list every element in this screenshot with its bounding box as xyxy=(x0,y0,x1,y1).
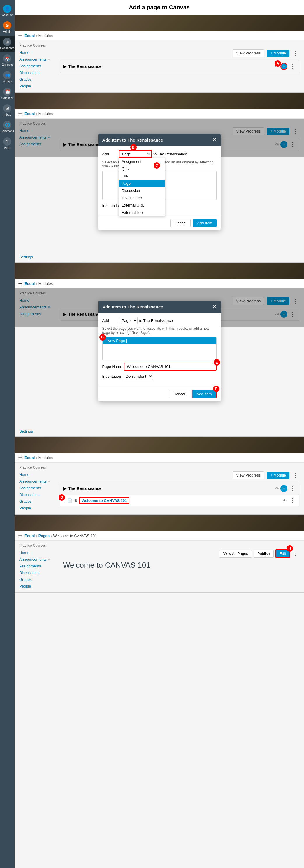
nav-discussions-1[interactable]: Discussions xyxy=(19,69,57,76)
indentation-label-2: Indentation xyxy=(102,204,121,208)
breadcrumb-institution-1[interactable]: Edual xyxy=(25,33,35,38)
add-label-3: Add xyxy=(102,318,117,323)
module-add-btn-4[interactable]: + xyxy=(280,485,287,492)
page-name-input[interactable] xyxy=(124,363,216,371)
page-kebab-5[interactable]: ⋮ xyxy=(292,550,299,558)
item-type-select-2[interactable]: Assignment Quiz File Page Discussion Tex… xyxy=(119,150,152,158)
item-type-select-3[interactable]: Page xyxy=(119,317,138,324)
practice-courses-5: Practice Courses xyxy=(19,544,299,548)
section-5-page-viewer: ☰ Edual › Pages › Welcome to CANVAS 101 … xyxy=(14,515,304,593)
welcome-page-link-4[interactable]: Welcome to CANVAS 101 xyxy=(79,497,129,504)
hamburger-icon-2[interactable]: ☰ xyxy=(18,111,22,117)
publish-btn-5[interactable]: Publish xyxy=(253,550,274,558)
dropdown-external-url[interactable]: External URL xyxy=(119,202,165,209)
nav-discussions-5[interactable]: Discussions xyxy=(19,569,57,576)
item-kebab-4[interactable]: ⋮ xyxy=(288,497,296,504)
cancel-btn-2[interactable]: Cancel xyxy=(170,219,191,227)
announcements-edit-icon-1: ✏ xyxy=(48,57,51,61)
calendar-icon: 📅 xyxy=(3,88,11,96)
breadcrumb-institution-4[interactable]: Edual xyxy=(25,456,35,460)
sidebar-item-courses[interactable]: 📚 Courses xyxy=(0,52,14,69)
add-item-btn-3[interactable]: Add Item xyxy=(192,390,216,398)
nav-grades-4[interactable]: Grades xyxy=(19,498,57,505)
module-title-1: ▶ The Renaissance xyxy=(63,64,275,69)
sidebar-item-admin[interactable]: ⚙ Admin xyxy=(0,19,14,35)
dropdown-file[interactable]: File xyxy=(119,173,165,180)
module-eye-icon-4[interactable]: 👁 xyxy=(275,486,279,491)
breadcrumb-section-2: Modules xyxy=(38,112,53,116)
sidebar-item-account[interactable]: 👤 Account xyxy=(0,2,14,19)
add-module-btn-1[interactable]: + Module xyxy=(267,50,290,57)
sidebar-item-commons[interactable]: 🌐 Commons xyxy=(0,119,14,135)
module-kebab-1[interactable]: ⋮ xyxy=(288,63,296,70)
indentation-select-3[interactable]: Don't Indent xyxy=(123,373,153,380)
new-page-option[interactable]: [ New Page ] xyxy=(102,337,216,344)
item-list-3[interactable]: [ New Page ] xyxy=(102,337,217,360)
nav-grades-5[interactable]: Grades xyxy=(19,576,57,583)
view-progress-btn-1[interactable]: View Progress xyxy=(233,49,265,57)
sidebar-item-dashboard[interactable]: ⊞ Dashboard xyxy=(0,35,14,52)
left-nav-1: Home Announcements ✏ Assignments Discuss… xyxy=(19,49,60,89)
nav-grades-1[interactable]: Grades xyxy=(19,76,57,83)
module-header-4: ▶ The Renaissance 👁 + ⋮ xyxy=(60,482,299,495)
nav-home-5[interactable]: Home xyxy=(19,549,57,556)
sidebar-item-calendar[interactable]: 📅 Calendar xyxy=(0,85,14,102)
to-label-2: to The Renaissance xyxy=(154,152,187,156)
courses-icon: 📚 xyxy=(3,55,11,63)
hamburger-icon-3[interactable]: ☰ xyxy=(18,281,22,286)
item-eye-icon-4[interactable]: 👁 xyxy=(283,498,287,503)
sidebar-item-inbox[interactable]: ✉ Inbox xyxy=(0,102,14,119)
nav-people-4[interactable]: People xyxy=(19,505,57,512)
add-item-btn-2[interactable]: Add Item xyxy=(193,219,216,227)
breadcrumb-institution-5[interactable]: Edual xyxy=(25,534,35,538)
nav-announcements-5[interactable]: Announcements xyxy=(19,556,47,563)
dropdown-page[interactable]: Page xyxy=(119,180,165,187)
dropdown-discussion[interactable]: Discussion xyxy=(119,187,165,194)
dropdown-external-tool[interactable]: External Tool xyxy=(119,209,165,216)
nav-announcements-1[interactable]: Announcements xyxy=(19,56,47,63)
account-avatar: 👤 xyxy=(3,5,11,13)
main-content: Add a page to Canvas ☰ Edual › Modules P… xyxy=(14,0,304,593)
settings-link-2[interactable]: Settings xyxy=(14,253,304,262)
breadcrumb-section-3: Modules xyxy=(38,281,53,286)
module-add-btn-1[interactable]: + xyxy=(280,63,287,70)
nav-announcements-4[interactable]: Announcements xyxy=(19,478,47,485)
add-module-btn-4[interactable]: + Module xyxy=(267,472,290,479)
modal-close-3[interactable]: ✕ xyxy=(212,304,217,310)
hamburger-icon-4[interactable]: ☰ xyxy=(18,455,22,461)
sidebar-item-groups[interactable]: 👥 Groups xyxy=(0,69,14,85)
nav-assignments-5[interactable]: Assignments xyxy=(19,563,57,569)
breadcrumb-2: ☰ Edual › Modules xyxy=(14,109,304,119)
page-settings-icon-4: ⚙ xyxy=(74,498,78,503)
hamburger-icon-1[interactable]: ☰ xyxy=(18,33,22,38)
canvas-header-2 xyxy=(14,93,304,109)
view-all-pages-btn-5[interactable]: View All Pages xyxy=(219,550,252,558)
nav-home-4[interactable]: Home xyxy=(19,471,57,478)
nav-people-1[interactable]: People xyxy=(19,83,57,89)
nav-discussions-4[interactable]: Discussions xyxy=(19,491,57,498)
nav-assignments-4[interactable]: Assignments xyxy=(19,485,57,491)
nav-home-1[interactable]: Home xyxy=(19,49,57,56)
nav-assignments-1[interactable]: Assignments xyxy=(19,63,57,69)
breadcrumb-institution-2[interactable]: Edual xyxy=(25,112,35,116)
breadcrumb-pages-5[interactable]: Pages xyxy=(38,534,50,538)
sidebar-item-help[interactable]: ? Help xyxy=(0,135,14,152)
cancel-btn-3[interactable]: Cancel xyxy=(169,390,189,398)
nav-people-5[interactable]: People xyxy=(19,583,57,590)
dropdown-text-header[interactable]: Text Header xyxy=(119,194,165,202)
modules-kebab-1[interactable]: ⋮ xyxy=(292,50,299,57)
settings-link-3[interactable]: Settings xyxy=(14,427,304,436)
modal-2: Add Item to The Renaissance ✕ Add B Assi… xyxy=(98,134,221,230)
sidebar-label-commons: Commons xyxy=(1,130,14,133)
breadcrumb-institution-3[interactable]: Edual xyxy=(25,281,35,286)
module-kebab-4[interactable]: ⋮ xyxy=(288,485,296,492)
breadcrumb-3: ☰ Edual › Modules xyxy=(14,279,304,288)
annotation-c: C xyxy=(154,162,160,169)
page-heading-5: Welcome to CANVAS 101 xyxy=(60,561,299,570)
section-3-modal-page: ☰ Edual › Modules Practice Courses Home … xyxy=(14,263,304,437)
modal-close-2[interactable]: ✕ xyxy=(212,136,217,143)
modules-kebab-4[interactable]: ⋮ xyxy=(292,472,299,479)
hamburger-icon-5[interactable]: ☰ xyxy=(18,533,22,538)
view-progress-btn-4[interactable]: View Progress xyxy=(233,471,265,479)
sidebar: 👤 Account ⚙ Admin ⊞ Dashboard 📚 Courses … xyxy=(0,0,14,593)
